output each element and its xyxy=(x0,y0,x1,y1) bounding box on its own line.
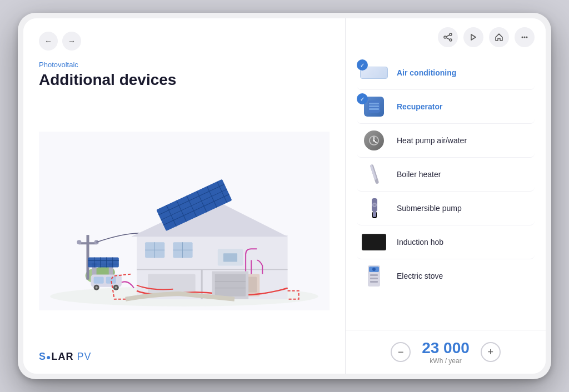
svg-line-59 xyxy=(446,38,450,39)
device-icon-wrap-boiler xyxy=(359,163,389,185)
device-item-air-conditioning[interactable]: ✓ Air conditioning xyxy=(357,56,535,90)
device-name-ac: Air conditioning xyxy=(397,68,456,77)
device-item-recuperator[interactable]: ✓ Recuperator xyxy=(357,90,535,124)
svg-line-58 xyxy=(446,35,450,37)
app-container: ← → Photovoltaic Additional devices xyxy=(23,18,546,374)
svg-point-57 xyxy=(450,39,452,41)
left-panel: ← → Photovoltaic Additional devices xyxy=(23,18,346,374)
svg-point-69 xyxy=(373,139,375,142)
svg-point-61 xyxy=(522,37,523,38)
device-item-electric-stove[interactable]: Electric stove xyxy=(357,259,535,293)
boiler-icon xyxy=(366,163,382,185)
check-badge-recuperator: ✓ xyxy=(357,93,368,104)
page-title: Additional devices xyxy=(39,71,330,89)
svg-rect-18 xyxy=(94,277,104,284)
svg-point-62 xyxy=(524,37,526,38)
svg-rect-52 xyxy=(215,274,246,296)
device-name-stove: Electric stove xyxy=(397,272,443,280)
device-icon-wrap-recuperator: ✓ xyxy=(359,96,389,118)
menu-icon xyxy=(520,33,529,42)
device-name-heatpump: Heat pump air/water xyxy=(397,136,467,145)
home-button[interactable] xyxy=(489,27,509,47)
play-button[interactable] xyxy=(463,27,483,47)
energy-value: 23 000 xyxy=(422,339,470,357)
menu-button[interactable] xyxy=(515,27,535,47)
svg-rect-19 xyxy=(106,277,116,284)
svg-point-21 xyxy=(96,287,98,289)
device-icon-wrap-pump xyxy=(359,197,389,219)
device-name-boiler: Boiler heater xyxy=(397,170,441,179)
check-badge-ac: ✓ xyxy=(357,59,368,71)
tablet-shell: ← → Photovoltaic Additional devices xyxy=(18,13,551,379)
svg-rect-80 xyxy=(370,278,378,279)
energy-unit: kWh / year xyxy=(422,357,470,365)
svg-rect-74 xyxy=(373,212,376,217)
logo-area: S●LAR PV xyxy=(39,351,330,363)
heatpump-icon xyxy=(364,130,384,150)
forward-button[interactable]: → xyxy=(62,32,81,51)
device-item-submersible-pump[interactable]: Submersible pump xyxy=(357,192,535,225)
device-name-recuperator: Recuperator xyxy=(397,102,442,111)
decrease-button[interactable]: − xyxy=(391,342,411,362)
right-panel: ✓ Air conditioning ✓ xyxy=(346,18,546,374)
svg-rect-5 xyxy=(79,242,96,244)
svg-point-82 xyxy=(372,268,376,271)
svg-point-23 xyxy=(115,287,117,289)
share-button[interactable] xyxy=(438,27,458,47)
share-icon xyxy=(443,33,452,42)
device-name-induction: Induction hob xyxy=(397,238,443,247)
device-icon-wrap-heatpump xyxy=(359,129,389,152)
svg-rect-41 xyxy=(223,253,237,262)
play-icon xyxy=(470,33,477,41)
device-icon-wrap-induction xyxy=(359,231,389,253)
house-svg xyxy=(39,98,330,344)
svg-point-56 xyxy=(444,36,446,38)
nav-arrows: ← → xyxy=(39,32,330,51)
svg-rect-10 xyxy=(88,257,119,267)
device-icon-wrap-stove xyxy=(359,265,389,287)
device-item-induction-hob[interactable]: Induction hob xyxy=(357,225,535,259)
svg-point-55 xyxy=(450,33,452,36)
logo-text: S●LAR PV xyxy=(39,351,92,363)
stove-icon xyxy=(366,264,382,288)
pump-icon xyxy=(368,197,380,219)
home-icon xyxy=(495,33,503,42)
svg-rect-79 xyxy=(370,274,378,276)
device-name-pump: Submersible pump xyxy=(397,204,462,213)
back-button[interactable]: ← xyxy=(39,32,58,51)
device-item-boiler-heater[interactable]: Boiler heater xyxy=(357,158,535,192)
bottom-controls: − 23 000 kWh / year + xyxy=(346,330,546,374)
svg-rect-81 xyxy=(370,281,378,283)
svg-rect-4 xyxy=(86,235,89,279)
svg-rect-65 xyxy=(369,103,379,104)
svg-point-6 xyxy=(77,240,81,244)
top-toolbar xyxy=(346,27,546,56)
svg-marker-60 xyxy=(471,34,476,40)
svg-rect-66 xyxy=(369,105,379,107)
increase-button[interactable]: + xyxy=(481,342,501,362)
value-section: 23 000 kWh / year xyxy=(422,339,470,365)
induction-icon xyxy=(362,234,386,250)
device-icon-wrap-ac: ✓ xyxy=(359,62,389,84)
svg-rect-67 xyxy=(369,108,379,110)
devices-list: ✓ Air conditioning ✓ xyxy=(346,56,546,330)
house-illustration xyxy=(39,98,330,344)
device-item-heat-pump[interactable]: Heat pump air/water xyxy=(357,124,535,158)
svg-point-63 xyxy=(526,37,528,38)
breadcrumb: Photovoltaic xyxy=(39,61,330,69)
svg-point-76 xyxy=(373,204,376,206)
